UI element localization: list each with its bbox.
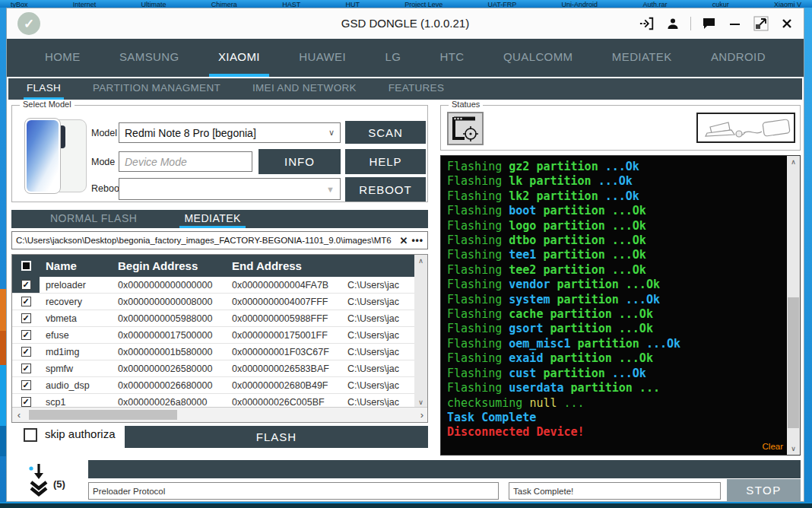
scroll-right-icon[interactable]: ›	[415, 408, 428, 422]
console-segment: null	[529, 396, 563, 410]
minimize-button[interactable]	[727, 15, 743, 31]
taskbar-item-uat-frp[interactable]: UAT-FRP	[487, 0, 516, 8]
screen-capture-icon[interactable]	[447, 112, 484, 145]
info-button[interactable]: INFO	[259, 149, 341, 174]
nav-tab-home[interactable]: HOME	[36, 39, 90, 77]
clear-path-icon[interactable]: ✕	[399, 235, 408, 246]
cell-file-path: C:\Users\jac	[341, 313, 414, 324]
console-segment: Flashing	[447, 322, 509, 335]
table-row-spmfw[interactable]: ✓spmfw0x00000000265800000x0000000026583B…	[12, 360, 414, 377]
row-checkbox[interactable]: ✓	[21, 347, 31, 357]
scroll-up-icon[interactable]: ∧	[414, 255, 427, 267]
select-all-checkbox[interactable]	[12, 261, 40, 271]
skip-auth-checkbox[interactable]	[24, 428, 37, 442]
cell-begin-address: 0x000000026a80000	[112, 397, 226, 408]
taskbar-item-project-leve[interactable]: Project Leve	[404, 0, 442, 8]
nav-tab-qualcomm[interactable]: QUALCOMM	[494, 39, 582, 77]
row-checkbox[interactable]: ✓	[21, 313, 31, 323]
scan-button[interactable]: SCAN	[345, 121, 426, 144]
row-checkbox[interactable]: ✓	[21, 330, 31, 340]
row-checkbox[interactable]: ✓	[21, 380, 31, 390]
column-begin-address[interactable]: Begin Address	[112, 259, 226, 272]
flash-tab-normal-flash[interactable]: NORMAL FLASH	[46, 210, 141, 228]
console-segment: Flashing	[447, 204, 509, 217]
console-segment: vendor	[509, 278, 557, 291]
taskbar-item-internet[interactable]: Internet	[73, 0, 97, 8]
reboot-button[interactable]: REBOOT	[345, 177, 426, 202]
taskbar-item-chimera[interactable]: Chimera	[211, 0, 237, 8]
nav-tab-huawei[interactable]: HUAWEI	[290, 39, 355, 77]
console-segment: Flashing	[447, 367, 509, 380]
table-hscrollbar[interactable]: ‹ ›	[12, 407, 428, 422]
help-button[interactable]: HELP	[345, 149, 426, 174]
taskbar-item-hast[interactable]: HAST	[282, 0, 300, 8]
cell-file-path: C:\Users\jac	[341, 330, 414, 341]
chat-icon[interactable]	[701, 15, 717, 31]
nav-tab-samsung[interactable]: SAMSUNG	[110, 39, 189, 77]
desktop-bottom-bar	[0, 502, 812, 508]
table-row-preloader[interactable]: ✓preloader0x00000000000000000x0000000000…	[12, 277, 414, 294]
flash-tab-mediatek[interactable]: MEDIATEK	[179, 210, 246, 228]
mode-input[interactable]: Device Mode	[119, 151, 252, 172]
select-model-legend: Select Model	[20, 100, 75, 109]
row-checkbox[interactable]: ✓	[21, 364, 31, 373]
nav-tab-xiaomi[interactable]: XIAOMI	[209, 39, 269, 77]
taskbar-item-cukur[interactable]: cukur	[712, 0, 729, 8]
nav-tab-android[interactable]: ANDROID	[702, 39, 775, 77]
column-end-address[interactable]: End Address	[226, 259, 341, 272]
table-row-vbmeta[interactable]: ✓vbmeta0x00000000059880000x0000000005988…	[12, 310, 414, 327]
resize-button[interactable]	[753, 15, 769, 31]
protocol-input[interactable]: Preloader Protocol	[88, 482, 499, 500]
taskbar-item-auth-rar[interactable]: Auth.rar	[642, 0, 667, 8]
row-checkbox[interactable]: ✓	[21, 297, 31, 306]
nav-tab-lg[interactable]: LG	[376, 39, 410, 77]
console-segment: Flashing	[447, 263, 509, 277]
flash-button[interactable]: FLASH	[125, 426, 428, 448]
table-row-audio-dsp[interactable]: ✓audio_dsp0x00000000266800000x0000000026…	[12, 377, 414, 394]
scroll-down-icon[interactable]: ∨	[787, 443, 800, 455]
cell-name: efuse	[40, 330, 112, 341]
nav-tab-mediatek[interactable]: MEDIATEK	[603, 39, 681, 77]
stop-button[interactable]: STOP	[727, 479, 801, 501]
download-queue-icon[interactable]	[28, 463, 49, 500]
desktop-edge	[804, 8, 812, 502]
close-button[interactable]	[779, 15, 795, 31]
subnav-tab-features[interactable]: FEATURES	[385, 78, 447, 100]
row-checkbox[interactable]: ✓	[21, 280, 31, 290]
console-segment: oem_misc1	[509, 337, 577, 351]
clear-console-button[interactable]: Clear	[763, 442, 783, 451]
nav-tab-htc[interactable]: HTC	[431, 39, 474, 77]
console-log[interactable]: Flashing gz2 partition ...OkFlashing lk …	[440, 155, 801, 456]
taskbar-item-hut[interactable]: HUT	[345, 0, 360, 8]
scroll-up-icon[interactable]: ∧	[787, 156, 800, 168]
table-vscrollbar[interactable]: ∧ ∨	[414, 255, 427, 408]
scroll-left-icon[interactable]: ‹	[12, 408, 26, 422]
taskbar-item-tybox[interactable]: tyBox	[11, 0, 28, 8]
subnav-tab-partition-managment[interactable]: PARTITION MANAGMENT	[90, 78, 224, 100]
browse-button[interactable]: •••	[411, 235, 423, 246]
cell-file-path: C:\Users\jac	[341, 280, 414, 291]
subnav-tab-flash[interactable]: FLASH	[24, 78, 64, 100]
subnav-tab-imei-and-network[interactable]: IMEI AND NETWORK	[249, 78, 360, 100]
table-row-recovery[interactable]: ✓recovery0x00000000000080000x00000000040…	[12, 294, 414, 310]
cell-file-path: C:\Users\jac	[341, 364, 414, 374]
column-name[interactable]: Name	[40, 259, 112, 272]
row-checkbox[interactable]: ✓	[21, 397, 31, 407]
scrollbar-thumb[interactable]	[788, 297, 799, 428]
user-icon[interactable]	[665, 15, 680, 31]
desktop-fragment	[0, 289, 6, 331]
taskbar-item-ultimate[interactable]: Ultimate	[141, 0, 167, 8]
taskbar-item-xiaomi-v[interactable]: Xiaomi V	[774, 0, 801, 8]
console-segment: lk2 partition	[509, 189, 604, 203]
reboot-select[interactable]: ▼	[119, 178, 341, 200]
task-status-input[interactable]: Task Complete!	[509, 482, 721, 500]
console-scrollbar[interactable]: ∧ ∨	[787, 156, 800, 455]
table-row-md1img[interactable]: ✓md1img0x000000001b5800000x000000001F03C…	[12, 344, 414, 360]
taskbar-item-uni-android[interactable]: Uni-Android	[562, 0, 598, 8]
firmware-path-input[interactable]: C:\Users\jackson\Desktop\begonia_factory…	[16, 236, 395, 245]
console-line: Flashing tee1 partition ...Ok	[447, 248, 785, 262]
scrollbar-thumb[interactable]	[29, 410, 177, 420]
table-row-efuse[interactable]: ✓efuse0x00000000175000000x00000000175001…	[12, 327, 414, 344]
model-select[interactable]: Redmi Note 8 Pro [begonia] ∨	[119, 122, 341, 143]
login-icon[interactable]	[639, 15, 655, 31]
